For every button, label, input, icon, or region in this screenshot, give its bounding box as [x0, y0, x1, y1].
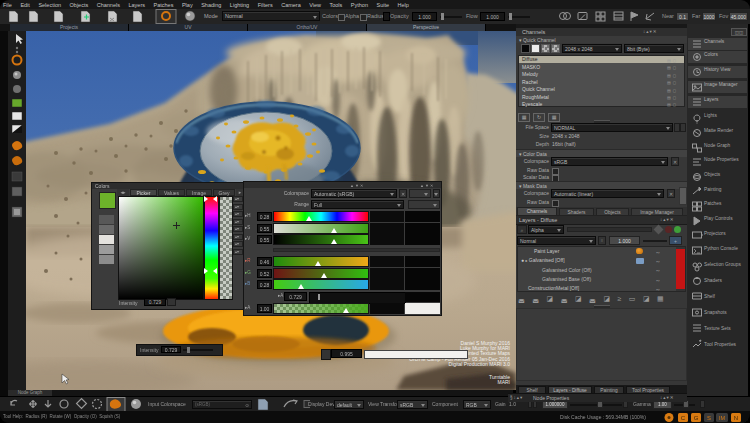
- svg-text:C: C: [681, 415, 686, 421]
- svg-text:S: S: [707, 415, 711, 421]
- svg-text:N: N: [734, 415, 738, 421]
- svg-text:IM: IM: [719, 415, 726, 421]
- svg-text:G: G: [694, 415, 699, 421]
